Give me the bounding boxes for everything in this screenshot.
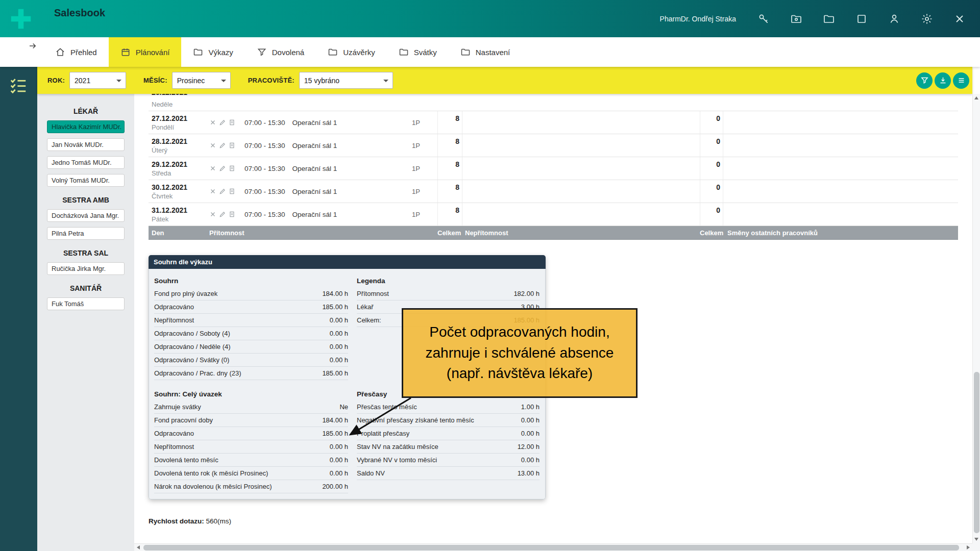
sidebar-item-staff[interactable]: Fuk Tomáš xyxy=(47,297,125,310)
edit-shift-icon[interactable] xyxy=(219,211,226,218)
staff-name: Volný Tomáš MUDr. xyxy=(52,177,110,184)
schedule-row[interactable]: 27.12.2021 Pondělí 07:00 - 15:30 Operačn… xyxy=(149,111,958,134)
absence-total: 0 xyxy=(700,157,723,180)
summary-value: 0.00 h xyxy=(330,343,348,350)
summary-label: Saldo NV xyxy=(357,469,385,477)
horizontal-scrollbar[interactable] xyxy=(134,543,972,551)
sidebar-item-staff[interactable]: Ručička Jirka Mgr. xyxy=(47,262,125,275)
scroll-down-icon[interactable] xyxy=(974,538,978,541)
summary-value: 0.00 h xyxy=(330,356,348,364)
other-shifts-cell xyxy=(723,111,958,134)
month-select[interactable]: Prosinec xyxy=(172,72,231,89)
sidebar-item-staff[interactable]: Hlavička Kazimír MUDr. xyxy=(47,120,125,133)
absence-cell xyxy=(462,157,700,180)
close-icon[interactable] xyxy=(953,13,966,25)
summary-label: Zahrnuje svátky xyxy=(154,403,201,411)
tab-label: Uzávěrky xyxy=(343,48,375,57)
tab-planovani[interactable]: Plánování xyxy=(109,37,182,67)
summary-row: Odpracováno / Svátky (0)0.00 h xyxy=(154,354,348,367)
sidebar-item-staff[interactable]: Docházková Jana Mgr. xyxy=(47,209,125,222)
summary-value: 1.00 h xyxy=(521,403,540,411)
table-footer-header: Den Přítomnost Celkem Nepřítomnost Celke… xyxy=(149,226,958,240)
menu-hamburger-button[interactable] xyxy=(953,72,969,89)
scroll-left-icon[interactable] xyxy=(137,545,140,549)
folder-settings-icon[interactable] xyxy=(790,13,802,25)
scroll-right-icon[interactable] xyxy=(967,545,970,549)
tab-svatky[interactable]: Svátky xyxy=(387,37,449,67)
tab-nastaveni[interactable]: Nastavení xyxy=(449,37,522,67)
sidebar-item-staff[interactable]: Pilná Petra xyxy=(47,227,125,240)
tab-dovolena[interactable]: Dovolená xyxy=(245,37,316,67)
settings-gear-icon[interactable] xyxy=(921,13,933,25)
note-shift-icon[interactable] xyxy=(229,119,236,126)
summary-section-title: Souhrn xyxy=(154,274,348,287)
note-shift-icon[interactable] xyxy=(229,142,236,149)
sidebar-item-staff[interactable]: Volný Tomáš MUDr. xyxy=(47,174,125,187)
workplace-select[interactable]: 15 vybráno xyxy=(299,72,393,89)
horizontal-scrollbar-thumb[interactable] xyxy=(143,545,959,550)
edit-shift-icon[interactable] xyxy=(219,119,226,126)
footer-nepritomnost: Nepřítomnost xyxy=(462,229,700,237)
status-label: Rychlost dotazu: xyxy=(149,517,204,525)
row-date: 31.12.2021 xyxy=(152,206,206,214)
year-select[interactable]: 2021 xyxy=(69,72,126,89)
key-icon[interactable] xyxy=(757,13,770,25)
summary-value: 185.00 h xyxy=(322,369,348,377)
workplace-select-value: 15 vybráno xyxy=(304,77,339,85)
delete-shift-icon[interactable] xyxy=(209,142,216,149)
month-label: MĚSÍC: xyxy=(143,77,167,84)
edit-shift-icon[interactable] xyxy=(219,188,226,195)
delete-shift-icon[interactable] xyxy=(209,119,216,126)
tab-uzaverky[interactable]: Uzávěrky xyxy=(316,37,387,67)
note-shift-icon[interactable] xyxy=(229,188,236,195)
delete-shift-icon[interactable] xyxy=(209,165,216,172)
schedule-row[interactable]: 30.12.2021 Čtvrtek 07:00 - 15:30 Operačn… xyxy=(149,180,958,203)
schedule-row[interactable]: 29.12.2021 Středa 07:00 - 15:30 Operační… xyxy=(149,157,958,180)
edit-shift-icon[interactable] xyxy=(219,142,226,149)
staff-name: Jedno Tomáš MUDr. xyxy=(52,159,112,166)
scroll-up-icon[interactable] xyxy=(974,96,978,99)
note-shift-icon[interactable] xyxy=(229,165,236,172)
checklist-icon[interactable] xyxy=(9,76,28,95)
summary-label: Negativní přesčasy získané tento měsíc xyxy=(357,416,474,424)
shift-time: 07:00 - 15:30 xyxy=(244,165,285,172)
delete-shift-icon[interactable] xyxy=(209,211,216,218)
summary-label: Fond pro plný úvazek xyxy=(154,290,217,297)
shift-location: Operační sál 1 xyxy=(292,142,337,149)
edit-shift-icon[interactable] xyxy=(219,165,226,172)
tab-prehled[interactable]: Přehled xyxy=(43,37,109,67)
schedule-row-partial[interactable]: 26.12.2021 Neděle xyxy=(149,94,958,111)
delete-shift-icon[interactable] xyxy=(209,188,216,195)
shift-time: 07:00 - 15:30 xyxy=(244,211,285,218)
user-icon[interactable] xyxy=(888,13,900,25)
vertical-scrollbar-thumb[interactable] xyxy=(974,372,979,533)
export-download-button[interactable] xyxy=(935,72,951,89)
tab-label: Výkazy xyxy=(208,48,233,57)
row-day: Pondělí xyxy=(152,123,206,131)
other-shifts-cell xyxy=(723,203,958,226)
tab-vykazy[interactable]: Výkazy xyxy=(181,37,244,67)
folder-icon[interactable] xyxy=(823,13,835,25)
folder-icon xyxy=(328,47,338,57)
schedule-row[interactable]: 31.12.2021 Pátek 07:00 - 15:30 Operační … xyxy=(149,203,958,226)
app-window: Salesbook PharmDr. Ondřej Straka xyxy=(0,0,980,551)
annotation-callout: Počet odpracovaných hodin, zahrnuje i sc… xyxy=(402,308,638,398)
filter-funnel-button[interactable] xyxy=(916,72,933,89)
vertical-scrollbar[interactable] xyxy=(972,94,980,543)
collapse-arrow-icon[interactable] xyxy=(28,41,37,51)
sidebar-item-staff[interactable]: Jan Novák MUDr. xyxy=(47,138,125,151)
summary-label: Přítomnost xyxy=(357,290,389,297)
sidebar-section-title: SESTRA AMB xyxy=(37,196,134,204)
tab-label: Svátky xyxy=(414,48,437,57)
query-speed-status: Rychlost dotazu: 560(ms) xyxy=(149,517,231,525)
summary-label: Odpracováno / Soboty (4) xyxy=(154,330,230,337)
summary-label: Proplatit přesčasy xyxy=(357,430,409,437)
schedule-row[interactable]: 28.12.2021 Úterý 07:00 - 15:30 Operační … xyxy=(149,134,958,157)
staff-name: Fuk Tomáš xyxy=(52,300,84,308)
note-shift-icon[interactable] xyxy=(229,211,236,218)
summary-label: Odpracováno / Prac. dny (23) xyxy=(154,369,241,377)
summary-label: Odpracováno / Svátky (0) xyxy=(154,356,229,364)
stop-square-icon[interactable] xyxy=(855,13,868,25)
sidebar-item-staff[interactable]: Jedno Tomáš MUDr. xyxy=(47,156,125,169)
summary-row: Proplatit přesčasy0.00 h xyxy=(357,427,540,440)
